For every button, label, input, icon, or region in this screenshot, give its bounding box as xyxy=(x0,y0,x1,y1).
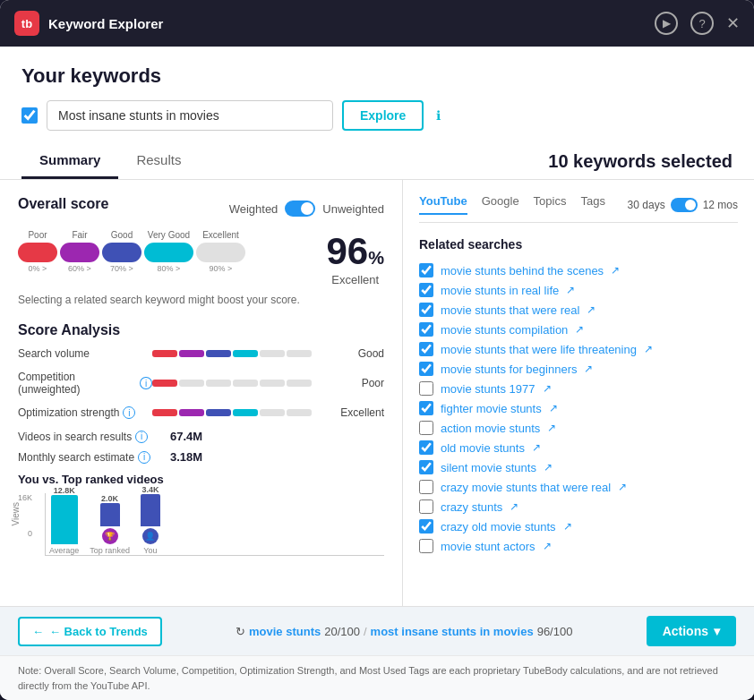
kw-text-7[interactable]: fighter movie stunts xyxy=(441,402,542,415)
play-icon[interactable]: ▶ xyxy=(655,12,678,35)
kw-text-3[interactable]: movie stunts compilation xyxy=(441,323,568,337)
videos-info-icon[interactable]: i xyxy=(135,431,148,443)
tab-topics[interactable]: Topics xyxy=(534,194,567,215)
scale-good: Good 70% > xyxy=(102,230,141,273)
tab-google[interactable]: Google xyxy=(482,194,519,215)
kw-text-10[interactable]: silent movie stunts xyxy=(441,461,536,474)
refresh-icon[interactable]: ↻ xyxy=(236,625,245,638)
close-icon[interactable]: ✕ xyxy=(726,13,740,33)
kw-link-14[interactable]: ↗ xyxy=(543,540,552,552)
kw-check-7[interactable] xyxy=(419,401,433,415)
breadcrumb-most-insane[interactable]: most insane stunts in movies xyxy=(371,625,534,638)
kw-text-4[interactable]: movie stunts that were life threatening xyxy=(441,343,637,356)
kw-text-5[interactable]: movie stunts for beginners xyxy=(441,363,577,376)
chart-val-average: 12.8K xyxy=(54,486,75,495)
explore-button[interactable]: Explore xyxy=(342,100,424,131)
list-item: movie stunts 1977 ↗ xyxy=(419,379,738,398)
kw-text-1[interactable]: movie stunts in real life xyxy=(441,284,559,297)
kw-link-7[interactable]: ↗ xyxy=(549,402,558,414)
kw-link-2[interactable]: ↗ xyxy=(587,303,595,316)
search-row: Explore ℹ xyxy=(21,100,733,131)
metric-value-optimization: Excellent xyxy=(330,406,384,419)
kw-link-4[interactable]: ↗ xyxy=(644,343,653,355)
bottom-bar: ← ← Back to Trends ↻ movie stunts 20/100… xyxy=(0,606,754,655)
keywords-selected-count: 10 keywords selected xyxy=(548,151,733,172)
kw-check-11[interactable] xyxy=(419,480,433,494)
kw-link-5[interactable]: ↗ xyxy=(584,363,593,375)
app-logo: tb xyxy=(14,11,39,36)
kw-check-5[interactable] xyxy=(419,362,433,376)
kw-check-10[interactable] xyxy=(419,460,433,474)
back-to-trends-button[interactable]: ← ← Back to Trends xyxy=(18,617,162,646)
actions-button[interactable]: Actions ▾ xyxy=(647,616,736,646)
page-title: Your keywords xyxy=(21,64,733,88)
kw-check-1[interactable] xyxy=(419,283,433,297)
tab-tags[interactable]: Tags xyxy=(580,194,604,215)
bar2 xyxy=(179,350,204,357)
y-axis-label: Views xyxy=(11,502,21,526)
bar-average xyxy=(51,495,78,544)
kw-check-2[interactable] xyxy=(419,303,433,317)
kw-check-9[interactable] xyxy=(419,440,433,455)
actions-label: Actions xyxy=(663,624,708,638)
kw-text-11[interactable]: crazy movie stunts that were real xyxy=(441,481,611,494)
optimization-info-icon[interactable]: i xyxy=(123,406,135,419)
kw-check-0[interactable] xyxy=(419,263,433,277)
kw-text-2[interactable]: movie stunts that were real xyxy=(441,303,579,317)
platform-tabs: YouTube Google Topics Tags 30 days 12 mo… xyxy=(419,194,738,223)
stat-label-monthly: Monthly search estimate i xyxy=(18,451,170,464)
kw-check-6[interactable] xyxy=(419,381,433,396)
kw-link-8[interactable]: ↗ xyxy=(547,422,556,434)
metric-label-search-volume: Search volume xyxy=(18,347,152,360)
search-input[interactable] xyxy=(47,100,333,131)
monthly-info-icon[interactable]: i xyxy=(138,451,150,464)
keyword-list: movie stunts behind the scenes ↗ movie s… xyxy=(419,260,738,556)
kw-link-1[interactable]: ↗ xyxy=(566,284,575,296)
kw-text-13[interactable]: crazy old movie stunts xyxy=(441,520,556,534)
kw-link-12[interactable]: ↗ xyxy=(510,500,518,513)
keyword-checkbox[interactable] xyxy=(21,107,38,124)
list-item: action movie stunts ↗ xyxy=(419,418,738,438)
info-icon[interactable]: ℹ xyxy=(436,108,441,123)
kw-text-8[interactable]: action movie stunts xyxy=(441,422,540,435)
stat-monthly: Monthly search estimate i 3.18M xyxy=(18,450,384,464)
kw-check-4[interactable] xyxy=(419,342,433,356)
kw-link-11[interactable]: ↗ xyxy=(618,481,627,493)
bar6 xyxy=(287,380,312,387)
tab-youtube[interactable]: YouTube xyxy=(419,194,467,215)
bar2 xyxy=(179,380,204,387)
competition-info-icon[interactable]: i xyxy=(140,377,152,389)
breadcrumb-movie-stunts[interactable]: movie stunts xyxy=(249,625,321,638)
kw-link-6[interactable]: ↗ xyxy=(543,382,552,395)
time-toggle: 30 days 12 mos xyxy=(628,198,738,212)
help-icon[interactable]: ? xyxy=(690,12,714,35)
metric-value-competition: Poor xyxy=(330,377,384,389)
list-item: crazy old movie stunts ↗ xyxy=(419,516,738,536)
right-panel: YouTube Google Topics Tags 30 days 12 mo… xyxy=(403,180,754,606)
tab-results[interactable]: Results xyxy=(118,143,199,179)
kw-text-14[interactable]: movie stunt actors xyxy=(441,540,536,553)
kw-text-9[interactable]: old movie stunts xyxy=(441,441,525,455)
kw-check-13[interactable] xyxy=(419,519,433,534)
chart-title: You vs. Top ranked videos xyxy=(18,473,384,486)
kw-check-14[interactable] xyxy=(419,539,433,553)
weighted-toggle[interactable] xyxy=(285,201,315,217)
y-max: 16K xyxy=(18,493,32,502)
score-number: 96% xyxy=(326,230,384,272)
list-item: movie stunt actors ↗ xyxy=(419,536,738,556)
kw-link-9[interactable]: ↗ xyxy=(532,441,541,454)
kw-text-6[interactable]: movie stunts 1977 xyxy=(441,382,536,396)
kw-link-10[interactable]: ↗ xyxy=(544,461,553,474)
kw-text-0[interactable]: movie stunts behind the scenes xyxy=(441,264,604,277)
tab-summary[interactable]: Summary xyxy=(21,143,118,179)
kw-link-13[interactable]: ↗ xyxy=(563,520,572,533)
kw-check-12[interactable] xyxy=(419,499,433,514)
kw-check-3[interactable] xyxy=(419,322,433,337)
kw-text-12[interactable]: crazy stunts xyxy=(441,500,502,514)
kw-link-0[interactable]: ↗ xyxy=(611,264,620,277)
kw-check-8[interactable] xyxy=(419,421,433,435)
list-item: movie stunts in real life ↗ xyxy=(419,280,738,300)
time-toggle-switch[interactable] xyxy=(671,198,698,212)
breadcrumb-sep: / xyxy=(364,625,367,638)
kw-link-3[interactable]: ↗ xyxy=(575,323,584,336)
